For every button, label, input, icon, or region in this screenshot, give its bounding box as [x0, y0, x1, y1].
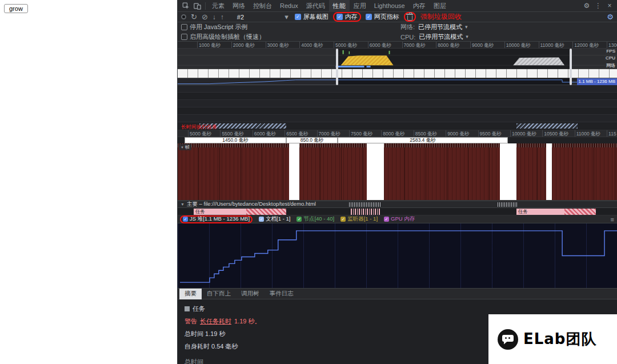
gc-annotation-circle: [404, 12, 416, 22]
inspect-icon[interactable]: [180, 2, 191, 10]
main-thread-header[interactable]: ▼ 主要 – file:///Users/bytedance/Desktop/t…: [178, 201, 617, 208]
tab-layers[interactable]: 图层: [430, 0, 450, 12]
fps-lane-label: FPS: [605, 49, 616, 54]
gpu-memory-legend-checkbox[interactable]: ✓ GPU 内存: [384, 215, 415, 223]
network-throttle-select[interactable]: 已停用节流模式 ▾: [418, 23, 468, 31]
task-track: 任务 任务: [178, 208, 617, 215]
task-bar[interactable]: 任务: [516, 209, 596, 215]
jsheap-annotation-circle: ✓ JS 堆[1.1 MB - 1236 MB]: [180, 215, 253, 223]
advanced-paint-checkbox[interactable]: 启用高级绘制插桩（慢速）: [181, 32, 617, 42]
long-task-link[interactable]: 长任务耗时: [200, 317, 231, 326]
flamechart-ruler: 5000 毫秒5500 毫秒 6000 毫秒6500 毫秒 7000 毫秒750…: [178, 130, 617, 137]
warning-text: 1.19 秒。: [234, 317, 261, 326]
track-row: [178, 100, 617, 107]
tab-application[interactable]: 应用: [350, 0, 370, 12]
record-icon[interactable]: [181, 14, 186, 19]
selection-handle-left[interactable]: [336, 49, 338, 85]
task-color-swatch: [185, 306, 190, 311]
memory-label: 内存: [345, 13, 358, 21]
frame-duration-bar[interactable]: 1450.0 毫秒: [185, 137, 286, 143]
selection-handle-right[interactable]: [570, 49, 572, 85]
memory-checkbox[interactable]: ✓ 内存: [336, 13, 358, 21]
dropped-frame-block[interactable]: [516, 143, 546, 200]
expander-icon[interactable]: ▼: [181, 202, 185, 206]
device-toolbar-icon[interactable]: [191, 2, 203, 10]
advanced-paint-label: 启用高级绘制插桩（慢速）: [190, 33, 265, 41]
screenshot-filmstrip[interactable]: [178, 69, 617, 78]
close-devtools-icon[interactable]: ×: [604, 2, 615, 9]
dropped-frame-block[interactable]: [178, 143, 289, 200]
screenshots-checkbox[interactable]: ✓ 屏幕截图: [295, 13, 328, 21]
devtools-panel: 元素 网络 控制台 Redux 源代码 性能 应用 Lighthouse 内存 …: [177, 0, 617, 364]
cpu-lane-label: CPU: [604, 55, 616, 61]
grow-button[interactable]: grow: [4, 4, 28, 13]
dropped-frame-block[interactable]: [552, 143, 617, 200]
overview-heap-strip: 1.1 MB - 1236 MB: [178, 78, 617, 85]
tab-redux[interactable]: Redux: [276, 1, 302, 11]
longtask-stripes: [246, 209, 286, 215]
tab-network[interactable]: 网络: [229, 0, 249, 12]
task-bar[interactable]: 任务: [194, 209, 286, 215]
main-thread-title: 主要 – file:///Users/bytedance/Desktop/tes…: [187, 201, 316, 208]
performance-toolbar: ↻ ⊘ ↓ ↑ #2 ▾ ✓ 屏幕截图 ✓ 内存 ✓ 网页指标 强制垃圾回收 ⚙: [178, 12, 617, 22]
timeline-overview[interactable]: 1000 毫秒2000 毫秒 3000 毫秒4000 毫秒 5000 毫秒600…: [178, 42, 617, 85]
tab-lighthouse[interactable]: Lighthouse: [370, 1, 409, 11]
watermark-text: ELab团队: [523, 329, 596, 349]
web-vitals-checkbox[interactable]: ✓ 网页指标: [366, 13, 399, 21]
tab-memory[interactable]: 内存: [409, 0, 430, 12]
settings-gear-icon[interactable]: ⚙: [582, 2, 592, 9]
nodes-legend-checkbox[interactable]: ✓ 节点[40 - 40]: [297, 215, 334, 223]
clear-recording-icon[interactable]: ⊘: [202, 13, 208, 21]
details-tabbar: 摘要 自下而上 调用树 事件日志: [178, 289, 617, 299]
history-value: #2: [237, 14, 244, 21]
chevron-down-icon: ▾: [465, 25, 468, 30]
collect-garbage-icon[interactable]: [407, 15, 412, 21]
tab-elements[interactable]: 元素: [208, 0, 229, 12]
tab-performance[interactable]: 性能: [329, 0, 350, 12]
more-options-icon[interactable]: ⋮: [593, 2, 603, 9]
network-throttle-label: 网络:: [400, 23, 415, 31]
documents-legend-checkbox[interactable]: ✓ 文档[1 - 1]: [259, 215, 290, 223]
chevron-down-icon: ▾: [285, 13, 289, 21]
reload-and-record-icon[interactable]: ↻: [191, 13, 197, 21]
capture-settings-gear-icon[interactable]: ⚙: [607, 13, 614, 21]
overflow-menu-icon[interactable]: ≡: [611, 216, 614, 223]
expander-icon[interactable]: ▼: [181, 146, 184, 149]
tab-event-log[interactable]: 事件日志: [265, 288, 299, 299]
tab-summary[interactable]: 摘要: [179, 288, 202, 299]
cpu-throttle-label: CPU:: [400, 34, 415, 41]
long-task-track: 长时间执行任务: [178, 122, 617, 130]
frame-duration-bar[interactable]: 850.0 毫秒: [286, 137, 338, 143]
overview-lanes: FPS CPU 网络: [178, 49, 617, 69]
listeners-legend-checkbox[interactable]: ✓ 监听器[1 - 1]: [340, 215, 378, 223]
dropped-frames-area[interactable]: ▼ 帧: [178, 143, 617, 201]
tab-bottom-up[interactable]: 自下而上: [202, 288, 236, 299]
load-profile-icon[interactable]: ↑: [221, 14, 224, 21]
cpu-throttle-select[interactable]: 已停用节流模式 ▾: [419, 33, 468, 41]
check-icon: ✓: [342, 217, 345, 222]
frame-duration-bar[interactable]: 2583.4 毫秒: [338, 137, 508, 143]
longtask-hatch-bar[interactable]: [516, 123, 578, 129]
check-icon: ✓: [385, 217, 388, 222]
tab-console[interactable]: 控制台: [249, 0, 276, 12]
tab-sources[interactable]: 源代码: [302, 0, 329, 12]
history-select[interactable]: #2 ▾: [235, 13, 290, 21]
disable-js-samples-label: 停用 JavaScript 示例: [190, 23, 247, 31]
dropped-frame-block[interactable]: [299, 143, 367, 200]
heap-range-chip: 1.1 MB - 1236 MB: [577, 78, 617, 85]
memory-counter-graph[interactable]: [178, 223, 617, 289]
frames-track-chip: ▼ 帧: [179, 144, 191, 150]
capture-settings-pane: 停用 JavaScript 示例 启用高级绘制插桩（慢速） 网络: 已停用节流模…: [178, 22, 617, 42]
disable-js-samples-checkbox[interactable]: 停用 JavaScript 示例: [181, 22, 617, 32]
screenshot-root: { "page": { "grow": "grow" }, "watermark…: [0, 0, 617, 364]
tab-call-tree[interactable]: 调用树: [236, 288, 265, 299]
network-lane-label: 网络: [605, 63, 616, 69]
check-icon: ✓: [260, 217, 263, 222]
check-icon: ✓: [338, 14, 342, 19]
activity-ticks: [498, 202, 518, 207]
save-profile-icon[interactable]: ↓: [213, 14, 216, 21]
frames-track: 1450.0 毫秒 850.0 毫秒 2583.4 毫秒: [178, 137, 617, 143]
jsheap-legend-checkbox[interactable]: ✓ JS 堆[1.1 MB - 1236 MB]: [183, 215, 250, 223]
track-row: [178, 93, 617, 100]
dropped-frame-block[interactable]: [384, 143, 500, 200]
